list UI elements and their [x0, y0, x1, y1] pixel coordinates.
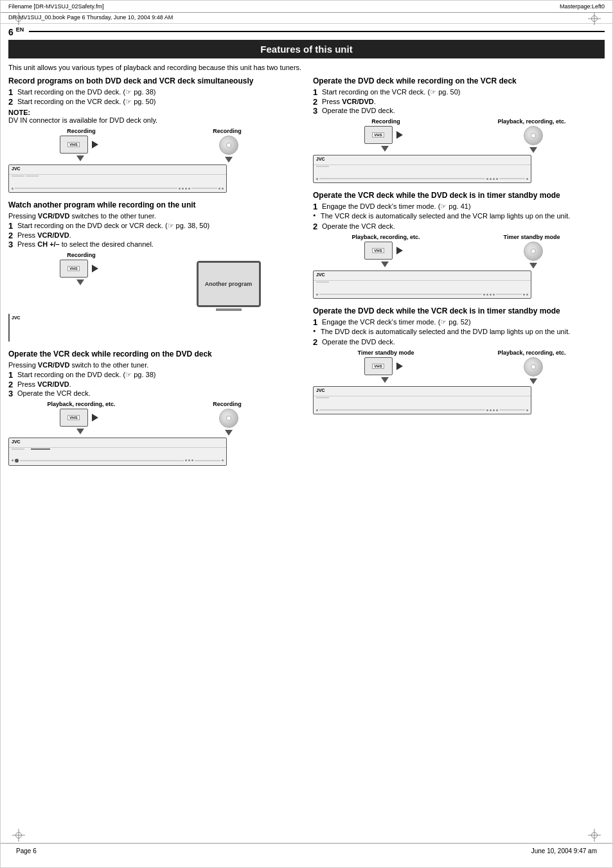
section6-diagram: Timer standby mode Playback, recording, … [313, 350, 605, 414]
section3-step3: 3 Operate the VCR deck. [8, 389, 300, 397]
unit-box-wide: JVC [8, 164, 227, 193]
diag6-label-left: Timer standby mode [313, 350, 459, 356]
masterpage-label: Masterpage:Left0 [560, 3, 605, 10]
page-num-area: 6 EN [1, 24, 612, 40]
page-number: 6 EN [8, 26, 24, 37]
section1-step2: 2 Start recording on the VCR deck. (☞ pg… [8, 98, 300, 106]
play-icon5 [394, 245, 405, 256]
section2-tv: Another program [157, 260, 300, 311]
section6-dvd-device [461, 357, 605, 386]
svg-marker-5 [396, 362, 403, 370]
arrow-down-icon3 [76, 279, 84, 285]
right-column: Operate the DVD deck while recording on … [313, 76, 605, 474]
section3-vcr-device: VHS [8, 409, 152, 436]
unit-box-wide6: JVC [313, 386, 531, 414]
unit-box-wide5: JVC [313, 270, 531, 299]
tv-base [216, 308, 242, 311]
section1-note: NOTE: DV IN connector is available for D… [8, 109, 300, 124]
section5-step2: 2 Operate the VCR deck. [313, 222, 605, 230]
section6-vcr-device: VHS [313, 357, 456, 385]
diag4-label-right: Playback, recording, etc. [459, 118, 605, 125]
dvd-disc-icon [219, 136, 238, 155]
arrow-down-icon8 [381, 261, 389, 267]
section4-step3: 3 Operate the DVD deck. [313, 107, 605, 114]
section1-step1: 1 Start recording on the DVD deck. (☞ pg… [8, 88, 300, 96]
section6-step2: 2 Operate the DVD deck. [313, 338, 605, 346]
svg-marker-0 [92, 141, 98, 148]
section3-diagram: Playback, recording, etc. Recording VHS [8, 401, 300, 466]
diag4-label-left: Recording [313, 118, 459, 125]
diag1-label-left: Recording [8, 128, 154, 134]
section1-dvd-device [157, 136, 300, 164]
tv-screen: Another program [197, 261, 261, 307]
section6-step1: 1 Engage the VCR deck's timer mode. (☞ p… [313, 318, 605, 326]
section5-step1: 1 Engage the DVD deck's timer mode. (☞ p… [313, 202, 605, 211]
arrow-down-icon7 [529, 147, 537, 153]
diag3-label-right: Recording [154, 401, 300, 407]
main-content: Record programs on both DVD deck and VCR… [1, 76, 612, 474]
section3: Operate the VCR deck while recording on … [8, 350, 300, 466]
section2-vcr-device: VHS [8, 260, 152, 287]
intro-text: This unit allows you various types of pl… [1, 64, 612, 76]
section5-bullet: The VCR deck is automatically selected a… [313, 212, 605, 220]
corner-mark-tl [12, 12, 25, 25]
page-footer: Page 6 June 10, 2004 9:47 am [1, 843, 612, 855]
filename-label: Filename [DR-MV1SUJ_02Safety.fm] [8, 3, 103, 10]
section5: Operate the VCR deck while the DVD deck … [313, 191, 605, 299]
section6: Operate the DVD deck while the VCR deck … [313, 306, 605, 414]
dvd-disc-icon2 [219, 409, 238, 428]
svg-marker-2 [92, 414, 98, 421]
section2-diagram: Recording VHS [8, 252, 300, 342]
vcr-cassette-icon4: VHS [364, 126, 393, 144]
section3-intro: Pressing VCR/DVD switch to the other tun… [8, 361, 300, 369]
section3-step1: 1 Start recording on the DVD deck. (☞ pg… [8, 371, 300, 379]
unit-box-wide4: JVC [313, 155, 531, 183]
arrow-down-icon9 [529, 263, 537, 269]
dvd-disc-icon5 [524, 357, 543, 376]
section5-dvd-device [461, 242, 605, 270]
tv-screen-text: Another program [205, 281, 253, 287]
unit-box-wide2: JVC [8, 314, 10, 342]
section3-heading: Operate the VCR deck while recording on … [8, 350, 300, 359]
arrow-down-icon [76, 155, 84, 161]
dvd-disc-icon3 [524, 126, 543, 145]
section4: Operate the DVD deck while recording on … [313, 76, 605, 183]
svg-marker-3 [396, 131, 403, 139]
book-info: DR-MV1SUJ_00.book Page 6 Thursday, June … [8, 14, 173, 21]
page-title: Features of this unit [8, 40, 605, 58]
section2-step3: 3 Press CH +/– to select the desired cha… [8, 240, 300, 248]
dvd-disc-icon4 [524, 242, 543, 261]
arrow-down-icon5 [225, 430, 233, 436]
section4-vcr-device: VHS [313, 126, 456, 154]
section3-step2: 2 Press VCR/DVD. [8, 380, 300, 388]
arrow-down-icon11 [529, 378, 537, 384]
section5-diagram: Playback, recording, etc. Timer standby … [313, 234, 605, 299]
sub-header: DR-MV1SUJ_00.book Page 6 Thursday, June … [1, 13, 612, 24]
diag6-label-right: Playback, recording, etc. [459, 350, 605, 356]
section2-heading: Watch another program while recording on… [8, 200, 300, 209]
section2: Watch another program while recording on… [8, 200, 300, 342]
section2-step1: 1 Start recording on the DVD deck or VCR… [8, 222, 300, 230]
play-icon2 [89, 263, 101, 274]
section3-dvd-device [157, 409, 300, 438]
play-icon [89, 139, 101, 150]
section6-heading: Operate the DVD deck while the VCR deck … [313, 306, 605, 315]
page-container: Filename [DR-MV1SUJ_02Safety.fm] Masterp… [0, 0, 613, 868]
arrow-down-icon2 [225, 157, 233, 163]
section6-bullet: The DVD deck is automatically selected a… [313, 328, 605, 335]
corner-mark-bl [12, 829, 25, 842]
section2-intro: Pressing VCR/DVD switches to the other t… [8, 212, 300, 220]
footer-date: June 10, 2004 9:47 am [531, 847, 597, 855]
section5-vcr-device: VHS [313, 242, 456, 269]
section1-vcr-device: VHS [8, 136, 152, 163]
section4-step2: 2 Press VCR/DVD. [313, 98, 605, 105]
section4-diagram: Recording Playback, recording, etc. VHS [313, 118, 605, 183]
diag5-label-right: Timer standby mode [459, 234, 605, 240]
section1-diagram: Recording Recording VHS [8, 128, 300, 193]
section4-dvd-device [461, 126, 605, 155]
arrow-down-icon10 [381, 377, 389, 383]
svg-marker-4 [396, 247, 403, 254]
section4-step1: 1 Start recording on the VCR deck. (☞ pg… [313, 88, 605, 96]
play-icon6 [394, 360, 405, 372]
play-icon3 [89, 412, 101, 423]
